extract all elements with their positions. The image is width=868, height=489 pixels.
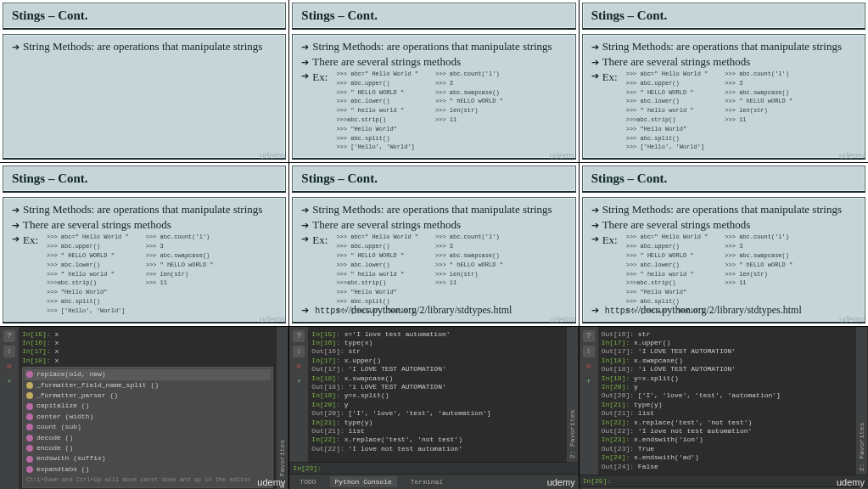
add-icon[interactable]: + <box>3 376 15 388</box>
console-line: Out[21]: list <box>311 427 563 436</box>
slide-strings-a: Stings – Cont. ➔ String Methods: are ope… <box>0 0 288 162</box>
console-input[interactable]: In[25]: <box>580 475 868 486</box>
help-icon[interactable]: ? <box>583 330 595 342</box>
code-line: >>>abc.strip() <box>626 116 708 125</box>
tab-console[interactable]: Python Console <box>330 476 397 487</box>
console-line: Out[16]: str <box>602 330 853 339</box>
code-line: >>> " hELLO wORLD " <box>725 98 792 106</box>
favorites-tab[interactable]: 2: Favorites <box>856 327 868 475</box>
help-icon[interactable]: ? <box>293 330 305 342</box>
console-line: Out[16]: str <box>311 347 563 356</box>
code-line: >>> ['Hello', 'World'] <box>336 143 418 152</box>
completion-item[interactable]: replace(old, new) <box>25 369 271 379</box>
code-line: >>> " hello world " <box>336 107 418 115</box>
stop-icon[interactable]: ⊖ <box>3 361 15 373</box>
ide-console[interactable]: Out[16]: strIn[17]: x.upper()Out[17]: 'I… <box>598 327 856 475</box>
bullet-methods: String Methods: are operations that mani… <box>23 203 262 216</box>
tab-todo[interactable]: TODO <box>294 476 321 487</box>
bullet-arrow-icon: ➔ <box>301 57 309 68</box>
ide-console[interactable]: In[15]: x='I love test automation'In[16]… <box>308 327 566 462</box>
stop-icon[interactable]: ⊖ <box>583 361 595 373</box>
slide-title: Stings – Cont. <box>582 166 865 193</box>
completion-popup[interactable]: replace(old, new)_formatter_field_name_s… <box>22 367 273 488</box>
console-input[interactable]: In[23]: <box>289 462 578 474</box>
favorites-tab[interactable]: 2: Favorites <box>567 327 579 462</box>
console-line: In[20]: y <box>602 383 853 391</box>
collapse-icon[interactable]: ↕ <box>583 346 595 357</box>
bullet-arrow-icon: ➔ <box>301 42 309 53</box>
tab-terminal[interactable]: Terminal <box>406 476 448 487</box>
console-line: Out[18]: 'i LOVE TEST AUTOMATION' <box>311 383 563 391</box>
code-line: >>> abc.swapcase() <box>725 252 792 261</box>
bullet-methods: String Methods: are operations that mani… <box>312 40 552 53</box>
completion-item[interactable]: encode () <box>25 443 271 453</box>
ide-panel-right: ? ↕ ⊖ + Out[16]: strIn[17]: x.upper()Out… <box>580 327 868 489</box>
code-line: >>> abc.lower() <box>336 261 418 270</box>
slide-title: Stings – Cont. <box>3 166 286 193</box>
add-icon[interactable]: + <box>583 376 595 388</box>
code-line: >>> 11 <box>146 279 214 288</box>
code-line: >>> abc.upper() <box>336 80 418 88</box>
completion-item[interactable]: count (sub) <box>25 422 271 432</box>
ide-bottom-bar: TODO Python Console Terminal <box>289 474 578 489</box>
completion-item[interactable]: expandtabs () <box>25 464 271 475</box>
code-line: >>>abc.strip() <box>626 279 708 288</box>
code-right-col: >>> abc.count('l')>>> 3>>> abc.swapcase(… <box>146 233 214 316</box>
code-line: >>> 3 <box>435 243 503 251</box>
collapse-icon[interactable]: ↕ <box>3 346 15 357</box>
bullet-methods: String Methods: are operations that mani… <box>602 40 842 53</box>
add-icon[interactable]: + <box>293 376 305 388</box>
code-line: >>> 11 <box>725 279 792 288</box>
bullet-arrow-icon: ➔ <box>12 220 20 231</box>
code-line: >>> ['Hello', 'World'] <box>47 307 129 316</box>
code-example: >>> abc=" Hello World ">>> abc.upper()>>… <box>626 70 792 153</box>
bullet-arrow-icon: ➔ <box>301 70 309 82</box>
code-line: >>> abc.count('l') <box>146 233 214 242</box>
console-line: In[18]: x.swapcase() <box>602 357 853 365</box>
slide-body: ➔String Methods: are operations that man… <box>3 197 286 323</box>
help-icon[interactable]: ? <box>3 330 15 342</box>
console-line: In[15]: x <box>22 330 273 339</box>
console-line: Out[17]: 'I LOVE TEST AUTOMATION' <box>311 365 563 374</box>
code-line: >>> abc=" Hello World " <box>47 233 129 242</box>
code-line: >>> abc=" Hello World " <box>336 233 418 242</box>
ide-console[interactable]: In[15]: xIn[16]: xIn[17]: xIn[18]: xrepl… <box>19 327 277 489</box>
completion-item[interactable]: _formatter_parser () <box>25 391 271 401</box>
console-line: In[18]: x.swapcase() <box>311 374 563 383</box>
completion-item[interactable]: decode () <box>25 433 271 443</box>
console-line: In[17]: x.upper() <box>311 357 563 365</box>
slide-title: Stings – Cont. <box>582 3 865 30</box>
collapse-icon[interactable]: ↕ <box>293 346 305 357</box>
code-line: >>> " hELLO wORLD " <box>725 261 792 270</box>
console-line: In[16]: type(x) <box>311 339 563 347</box>
console-line: Out[22]: 'I love not test automation' <box>602 427 853 436</box>
console-line: Out[22]: 'I love not test automation' <box>311 445 563 453</box>
completion-item[interactable]: center (width) <box>25 412 271 422</box>
code-line: >>> abc.split() <box>626 135 708 143</box>
code-line: >>> " HELLO WORLD " <box>47 252 129 261</box>
code-example: >>> abc=" Hello World ">>> abc.upper()>>… <box>336 70 502 153</box>
completion-item[interactable]: endswith (suffix) <box>25 453 271 464</box>
completion-tip: Ctrl+Down and Ctrl+Up will move caret do… <box>25 475 271 486</box>
doc-link: ➔ https://docs.python.org/2/library/stdt… <box>301 304 512 317</box>
ide-gutter: ? ↕ ⊖ + <box>0 327 19 489</box>
completion-item[interactable]: capitalize () <box>25 401 271 411</box>
slide-strings-f: Stings – Cont. ➔String Methods: are oper… <box>580 163 868 325</box>
bullet-arrow-icon: ➔ <box>301 205 309 216</box>
code-line: >>> abc=" Hello World " <box>336 70 418 79</box>
console-line: Out[17]: 'I LOVE TEST AUTOMATION' <box>602 347 853 356</box>
favorites-tab[interactable]: 2: Favorites <box>277 327 288 489</box>
bullet-arrow-icon: ➔ <box>591 233 599 244</box>
code-line: >>> " hELLO wORLD " <box>435 261 503 270</box>
completion-item[interactable]: _formatter_field_name_split () <box>25 380 271 391</box>
example-label: Ex: <box>602 70 618 84</box>
console-line: Out[18]: 'i LOVE TEST AUTOMATION' <box>602 365 853 374</box>
code-line: >>> " hello world " <box>47 271 129 279</box>
bullet-several: There are several strings methods <box>23 218 171 232</box>
bullet-methods: String Methods: are operations that mani… <box>312 203 552 216</box>
code-line: >>> abc.lower() <box>336 98 418 106</box>
code-example: >>> abc=" Hello World ">>> abc.upper()>>… <box>47 233 213 316</box>
slide-title: Stings – Cont. <box>292 166 575 193</box>
stop-icon[interactable]: ⊖ <box>293 361 305 373</box>
code-line: >>> len(str) <box>435 271 503 279</box>
